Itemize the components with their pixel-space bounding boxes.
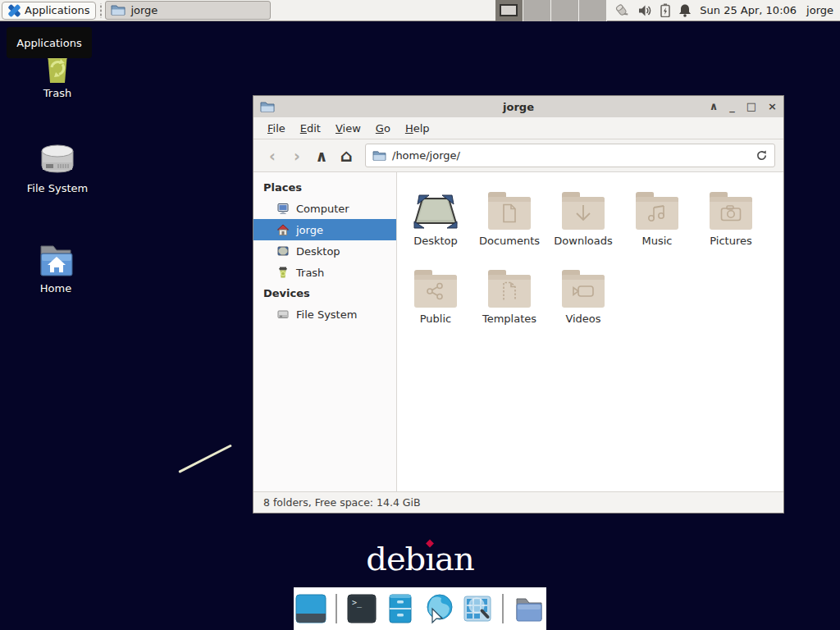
show-desktop-icon[interactable] (294, 592, 327, 625)
workspace-3[interactable] (551, 0, 579, 21)
notifications-bell-icon[interactable] (678, 3, 692, 17)
user-home-icon (276, 223, 290, 236)
file-view[interactable]: Desktop Documents (397, 172, 783, 491)
file-item-desktop[interactable]: Desktop (399, 184, 472, 262)
desktop-icon-home[interactable]: Home (7, 241, 105, 294)
panel-handle[interactable] (98, 3, 103, 18)
sidebar-item-trash[interactable]: Trash (253, 262, 396, 283)
terminal-icon[interactable]: >_ (345, 592, 378, 625)
file-item-label: Desktop (413, 235, 458, 247)
workspace-4[interactable] (579, 0, 607, 21)
window-titlebar[interactable]: jorge ∧ _ □ × (253, 96, 783, 117)
debian-logo: debıan (0, 540, 840, 578)
desktop-scratch-line (178, 444, 232, 472)
location-bar[interactable]: /home/jorge/ (365, 144, 775, 167)
system-tray (614, 3, 692, 17)
desktop: Applications jorge (0, 0, 840, 630)
app-finder-icon[interactable] (461, 592, 494, 625)
menu-go[interactable]: Go (368, 119, 398, 138)
svg-text:>_: >_ (352, 598, 363, 608)
window-title: jorge (253, 101, 783, 113)
mouse-icon[interactable] (614, 3, 630, 17)
maximize-button[interactable]: □ (746, 96, 756, 117)
menu-edit[interactable]: Edit (293, 119, 328, 138)
sidebar-item-desktop[interactable]: Desktop (253, 240, 396, 262)
file-item-label: Documents (479, 235, 540, 247)
folder-documents-icon (501, 203, 518, 223)
folder-pictures-icon (720, 205, 742, 221)
minimize-button[interactable]: _ (729, 96, 735, 117)
forward-button[interactable]: › (286, 145, 308, 167)
applications-menu-button[interactable]: Applications (2, 2, 96, 20)
folder-public-icon (426, 282, 445, 300)
workspace-1[interactable] (495, 0, 523, 21)
desktop-icon-label: Home (40, 282, 71, 294)
file-item-downloads[interactable]: Downloads (546, 184, 620, 262)
file-manager-window: jorge ∧ _ □ × File Edit View Go Help ‹ ›… (253, 95, 784, 514)
menubar: File Edit View Go Help (253, 117, 783, 139)
menu-view[interactable]: View (328, 119, 368, 138)
workspace-2[interactable] (523, 0, 551, 21)
panel-username[interactable]: jorge (806, 4, 833, 16)
folder-templates-icon (501, 281, 518, 301)
folder-icon[interactable] (512, 592, 546, 625)
panel-clock[interactable]: Sun 25 Apr, 10:06 (700, 4, 797, 16)
up-button[interactable]: ∧ (311, 145, 332, 167)
computer-icon (276, 202, 290, 215)
applications-tooltip: Applications (7, 27, 92, 58)
home-button[interactable]: ⌂ (336, 145, 357, 167)
taskbar-window-label: jorge (130, 4, 158, 16)
file-item-label: Public (420, 313, 451, 325)
file-item-label: Music (642, 235, 673, 247)
desktop-icon-file-system[interactable]: File System (8, 141, 107, 194)
web-browser-icon[interactable] (422, 592, 455, 625)
xfce-logo-icon (8, 4, 21, 16)
sidebar-item-label: Trash (296, 267, 324, 279)
sidebar-item-computer[interactable]: Computer (253, 198, 396, 219)
location-path[interactable]: /home/jorge/ (392, 149, 750, 162)
menu-help[interactable]: Help (398, 119, 437, 138)
shade-button[interactable]: ∧ (710, 96, 719, 117)
folder-icon (111, 4, 126, 16)
statusbar: 8 folders, Free space: 14.4 GiB (253, 491, 783, 513)
file-item-pictures[interactable]: Pictures (694, 184, 768, 262)
sidebar-item-label: File System (296, 308, 357, 321)
file-item-label: Pictures (710, 235, 751, 247)
top-panel: Applications jorge (0, 0, 840, 21)
folder-music-icon (647, 204, 667, 222)
folder-downloads-icon (574, 203, 592, 223)
folder-icon (260, 101, 275, 113)
reload-icon[interactable] (756, 149, 768, 162)
sidebar-item-file-system[interactable]: File System (253, 304, 396, 325)
sidebar-item-label: Desktop (296, 245, 340, 258)
file-item-templates[interactable]: Templates (472, 262, 546, 340)
volume-icon[interactable] (638, 4, 652, 17)
drive-icon (37, 141, 78, 179)
menu-file[interactable]: File (260, 119, 293, 138)
sidebar-item-jorge[interactable]: jorge (253, 219, 396, 240)
trash-icon (276, 266, 290, 279)
file-manager-icon[interactable] (384, 592, 417, 625)
back-button[interactable]: ‹ (262, 145, 283, 167)
folder-videos-icon (572, 284, 595, 299)
file-item-documents[interactable]: Documents (472, 184, 546, 262)
sidebar-item-label: Computer (296, 203, 349, 215)
sidebar-item-label: jorge (296, 224, 323, 236)
debian-logo-text: deb (366, 540, 425, 578)
close-button[interactable]: × (768, 96, 777, 117)
workspace-window-preview (500, 4, 518, 16)
drive-icon (276, 308, 290, 321)
taskbar-window-button[interactable]: jorge (105, 1, 271, 20)
sidebar-header-places: Places (253, 177, 396, 198)
file-item-public[interactable]: Public (399, 262, 472, 340)
sidebar: Places Computer (253, 172, 397, 491)
home-folder-icon (34, 241, 77, 279)
sidebar-header-devices: Devices (253, 283, 396, 304)
battery-icon[interactable] (660, 3, 670, 17)
workspace-switcher[interactable] (495, 0, 607, 21)
file-item-music[interactable]: Music (620, 184, 694, 262)
desktop-icon-label: File System (27, 182, 88, 194)
dock-separator (502, 594, 504, 623)
file-item-videos[interactable]: Videos (546, 262, 620, 340)
desktop-icon-label: Trash (43, 87, 71, 99)
